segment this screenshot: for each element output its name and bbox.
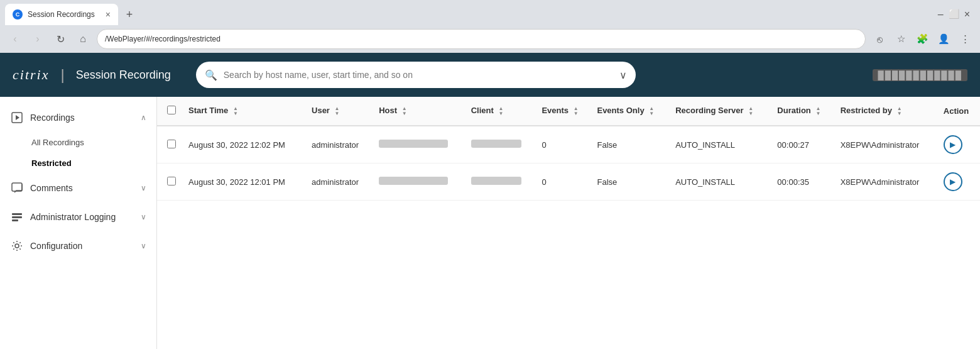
app-container: citrix | Session Recording 🔍 ∨ █████████… xyxy=(0,53,980,349)
maximize-button[interactable]: ⬜ xyxy=(949,9,959,20)
tab-bar: C Session Recordings × + – ⬜ × xyxy=(0,0,980,25)
cell-duration: 00:00:35 xyxy=(771,163,834,201)
url-text: /WebPlayer/#/recordings/restricted xyxy=(105,35,220,43)
sidebar-item-recordings[interactable]: Recordings ∧ xyxy=(0,103,156,132)
address-bar[interactable]: /WebPlayer/#/recordings/restricted xyxy=(97,29,866,49)
sort-duration[interactable]: ▲▼ xyxy=(815,106,820,116)
sidebar-item-comments[interactable]: Comments ∨ xyxy=(0,174,156,202)
cell-user: administrator xyxy=(305,126,373,163)
home-button[interactable]: ⌂ xyxy=(74,30,92,48)
cell-events: 0 xyxy=(535,126,591,163)
search-bar: 🔍 ∨ xyxy=(196,62,636,88)
logo: citrix | Session Recording xyxy=(13,66,171,84)
search-icon: 🔍 xyxy=(205,69,217,81)
cell-client xyxy=(465,126,536,163)
cell-action: ▶ xyxy=(937,163,980,201)
svg-point-6 xyxy=(15,244,19,248)
header-user: ████████████ xyxy=(873,70,967,80)
sort-events[interactable]: ▲▼ xyxy=(574,106,579,116)
recordings-chevron: ∧ xyxy=(141,113,146,122)
cell-events-only: False xyxy=(591,126,669,163)
refresh-button[interactable]: ↻ xyxy=(52,30,69,48)
cell-restricted-by: X8EPW\Administrator xyxy=(834,126,937,163)
th-events-only: Events Only ▲▼ xyxy=(591,97,669,126)
th-user: User ▲▼ xyxy=(305,97,373,126)
cell-events: 0 xyxy=(535,163,591,201)
sidebar: Recordings ∧ All Recordings Restricted C… xyxy=(0,97,157,349)
sort-start-time[interactable]: ▲▼ xyxy=(233,106,238,116)
bookmark-icon[interactable]: ☆ xyxy=(892,30,910,48)
cell-duration: 00:00:27 xyxy=(771,126,834,163)
th-restricted-by: Restricted by ▲▼ xyxy=(834,97,937,126)
tab-title: Session Recordings xyxy=(28,10,101,19)
share-icon[interactable]: ⎋ xyxy=(871,30,888,48)
cell-client xyxy=(465,163,536,201)
browser-toolbar: ‹ › ↻ ⌂ /WebPlayer/#/recordings/restrict… xyxy=(0,25,980,53)
logo-text: citrix xyxy=(13,67,49,83)
sidebar-item-admin-logging[interactable]: Administrator Logging ∨ xyxy=(0,202,156,231)
play-button-1[interactable]: ▶ xyxy=(944,172,962,191)
table-row: August 30, 2022 12:01 PM administrator 0… xyxy=(157,163,980,201)
configuration-label: Configuration xyxy=(30,241,134,251)
main-content: Start Time ▲▼ User ▲▼ Host ▲▼ xyxy=(157,97,980,349)
search-input[interactable] xyxy=(196,62,636,88)
search-dropdown-icon[interactable]: ∨ xyxy=(619,69,627,81)
active-tab[interactable]: C Session Recordings × xyxy=(5,4,118,25)
logo-divider: | xyxy=(60,66,64,84)
tab-close-button[interactable]: × xyxy=(106,10,111,19)
extensions-icon[interactable]: 🧩 xyxy=(913,30,931,48)
row-checkbox-cell xyxy=(157,163,182,201)
select-all-checkbox[interactable] xyxy=(167,106,176,114)
comments-chevron: ∨ xyxy=(141,184,146,192)
th-client: Client ▲▼ xyxy=(465,97,536,126)
app-header: citrix | Session Recording 🔍 ∨ █████████… xyxy=(0,53,980,97)
sidebar-item-configuration[interactable]: Configuration ∨ xyxy=(0,231,156,260)
admin-logging-icon xyxy=(10,210,24,224)
row-checkbox-cell xyxy=(157,126,182,163)
cell-recording-server: AUTO_INSTALL xyxy=(669,126,771,163)
menu-icon[interactable]: ⋮ xyxy=(956,30,974,48)
forward-button[interactable]: › xyxy=(29,30,46,48)
svg-rect-3 xyxy=(12,213,22,215)
sort-client[interactable]: ▲▼ xyxy=(498,106,503,116)
sort-restricted-by[interactable]: ▲▼ xyxy=(897,106,902,116)
play-button-0[interactable]: ▶ xyxy=(944,135,962,154)
cell-recording-server: AUTO_INSTALL xyxy=(669,163,771,201)
sort-user[interactable]: ▲▼ xyxy=(335,106,340,116)
client-blurred xyxy=(471,140,521,148)
cell-restricted-by: X8EPW\Administrator xyxy=(834,163,937,201)
comments-icon xyxy=(10,181,24,195)
svg-rect-2 xyxy=(12,183,22,191)
sort-events-only[interactable]: ▲▼ xyxy=(649,106,654,116)
select-all-header xyxy=(157,97,182,126)
back-button[interactable]: ‹ xyxy=(6,30,24,48)
sort-recording-server[interactable]: ▲▼ xyxy=(748,106,753,116)
row-checkbox-0[interactable] xyxy=(167,140,176,148)
row-checkbox-1[interactable] xyxy=(167,177,176,186)
minimize-button[interactable]: – xyxy=(938,9,944,20)
table-wrapper: Start Time ▲▼ User ▲▼ Host ▲▼ xyxy=(157,97,980,201)
content-area: Recordings ∧ All Recordings Restricted C… xyxy=(0,97,980,349)
sort-host[interactable]: ▲▼ xyxy=(402,106,407,116)
app-name: Session Recording xyxy=(76,69,171,82)
table-row: August 30, 2022 12:02 PM administrator 0… xyxy=(157,126,980,163)
cell-host xyxy=(373,163,464,201)
th-recording-server: Recording Server ▲▼ xyxy=(669,97,771,126)
th-events: Events ▲▼ xyxy=(535,97,591,126)
svg-rect-5 xyxy=(12,219,18,221)
browser-window: C Session Recordings × + – ⬜ × ‹ › ↻ ⌂ /… xyxy=(0,0,980,53)
host-blurred xyxy=(379,177,448,185)
sidebar-item-restricted[interactable]: Restricted xyxy=(0,153,156,174)
configuration-chevron: ∨ xyxy=(141,241,146,250)
new-tab-button[interactable]: + xyxy=(121,6,138,23)
browser-actions: ⎋ ☆ 🧩 👤 ⋮ xyxy=(871,30,974,48)
recordings-table: Start Time ▲▼ User ▲▼ Host ▲▼ xyxy=(157,97,980,201)
close-button[interactable]: × xyxy=(964,9,970,20)
sidebar-item-all-recordings[interactable]: All Recordings xyxy=(0,132,156,153)
host-blurred xyxy=(379,140,448,148)
admin-logging-chevron: ∨ xyxy=(141,213,146,221)
table-header-row: Start Time ▲▼ User ▲▼ Host ▲▼ xyxy=(157,97,980,126)
th-start-time: Start Time ▲▼ xyxy=(182,97,305,126)
cell-action: ▶ xyxy=(937,126,980,163)
profile-icon[interactable]: 👤 xyxy=(935,30,952,48)
